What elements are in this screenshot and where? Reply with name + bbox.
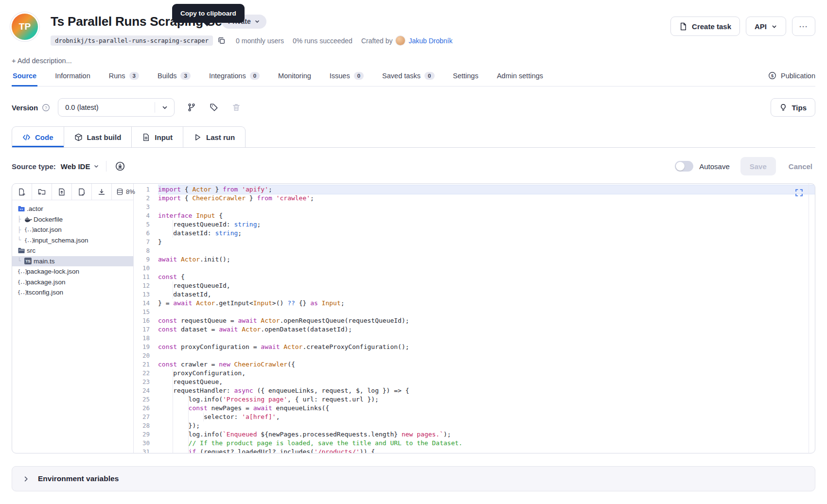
code-line[interactable]: 8 [134, 246, 815, 255]
version-select[interactable]: 0.0 (latest) [58, 98, 175, 117]
header-main: Ts Parallel Runs Scraping Scraper Privat… [51, 13, 670, 46]
tag-button[interactable] [208, 101, 220, 114]
code-line[interactable]: 23requestQueue, [134, 378, 815, 386]
upload-file-button[interactable] [52, 184, 72, 200]
code-line[interactable]: 3 [134, 203, 815, 211]
code-line[interactable]: 19const proxyConfiguration = await Actor… [134, 343, 815, 351]
tab-integrations[interactable]: Integrations0 [208, 72, 261, 86]
author-link[interactable]: Jakub Drobník [408, 37, 452, 45]
code-line[interactable]: 24requestHandler: async ({ enqueueLinks,… [134, 386, 815, 395]
file-tree-item-actor-json[interactable]: ├{..}actor.json [12, 225, 133, 235]
folder-actor-icon [18, 205, 27, 213]
file-name: Dockerfile [34, 216, 63, 223]
create-task-button[interactable]: Create task [670, 17, 740, 36]
autosave-toggle[interactable] [675, 161, 693, 172]
storage-usage: 8% [112, 184, 135, 200]
tab-runs[interactable]: Runs3 [108, 72, 140, 86]
code-line[interactable]: 12requestQueueId, [134, 281, 815, 290]
more-actions-button[interactable]: ··· [792, 17, 815, 36]
code-line[interactable]: 9await Actor.init(); [134, 255, 815, 264]
fullscreen-button[interactable] [794, 188, 804, 198]
code-line[interactable]: 26const newPages = await enqueueLinks({ [134, 404, 815, 413]
file-tree-item-dockerfile[interactable]: ├Dockerfile [12, 214, 133, 225]
code-line[interactable]: 16const requestQueue = await Actor.openR… [134, 316, 815, 325]
line-number: 7 [134, 238, 158, 246]
code-line[interactable]: 15 [134, 308, 815, 316]
file-tree-item-main-ts[interactable]: └TSmain.ts [12, 256, 133, 267]
code-line[interactable]: 30// If the product page is loaded, save… [134, 439, 815, 448]
code-line[interactable]: 7} [134, 238, 815, 246]
new-file-button[interactable] [12, 184, 32, 200]
git-branch-button[interactable] [185, 101, 198, 114]
tips-button[interactable]: Tips [771, 98, 815, 117]
api-button[interactable]: API [746, 17, 786, 36]
tab-count-badge: 3 [129, 72, 139, 80]
line-content [158, 246, 815, 255]
code-line[interactable]: 21const crawler = new CheerioCrawler({ [134, 360, 815, 369]
code-line[interactable]: 11const { [134, 273, 815, 281]
tab-information[interactable]: Information [54, 72, 91, 86]
code-line[interactable]: 20 [134, 351, 815, 360]
code-line[interactable]: 27selector: 'a[href]', [134, 413, 815, 421]
code-line[interactable]: 28}); [134, 421, 815, 430]
file-tree-item-tsconfig-json[interactable]: {..}tsconfig.json [12, 287, 133, 298]
file-tree-item--actor[interactable]: .actor [12, 204, 133, 214]
tab-admin-settings[interactable]: Admin settings [496, 72, 544, 86]
tab-publication[interactable]: $ Publication [768, 71, 815, 86]
divider [106, 161, 106, 172]
file-tree-item-package-json[interactable]: {..}package.json [12, 277, 133, 288]
editor-scrollbar[interactable] [809, 184, 815, 453]
download-source-button[interactable] [113, 159, 127, 173]
tab-monitoring[interactable]: Monitoring [277, 72, 312, 86]
title-row: Ts Parallel Runs Scraping Scraper Privat… [51, 13, 670, 30]
repo-path[interactable]: drobnikj/ts-parallel-runs-scraping-scrap… [51, 35, 213, 46]
delete-version-button[interactable] [230, 101, 243, 114]
subtab-last-build[interactable]: Last build [64, 127, 132, 147]
tab-source[interactable]: Source [12, 72, 37, 86]
code-line[interactable]: 1import { Actor } from 'apify'; [134, 185, 815, 194]
editor-subtabs: CodeLast buildInputLast run [12, 126, 246, 147]
tab-label: Builds [158, 72, 177, 80]
cancel-button[interactable]: Cancel [786, 162, 815, 171]
code-line[interactable]: 4interface Input { [134, 211, 815, 220]
code-line[interactable]: 31if (request?.loadedUrl?.includes('/pro… [134, 448, 815, 453]
line-number: 27 [134, 413, 158, 421]
subtab-input[interactable]: Input [132, 127, 183, 147]
tab-saved-tasks[interactable]: Saved tasks0 [381, 72, 435, 86]
import-file-button[interactable] [72, 184, 92, 200]
code-line[interactable]: 18 [134, 334, 815, 343]
tab-builds[interactable]: Builds3 [157, 72, 192, 86]
add-description-button[interactable]: + Add description... [12, 57, 72, 65]
code-line[interactable]: 10 [134, 264, 815, 273]
code-line[interactable]: 25log.info('Processing page', { url: req… [134, 395, 815, 404]
code-line[interactable]: 29log.info(`Enqueued ${newPages.processe… [134, 430, 815, 439]
tab-settings[interactable]: Settings [452, 72, 479, 86]
subtab-code[interactable]: Code [12, 127, 64, 147]
line-content: await Actor.init(); [158, 255, 815, 264]
code-line[interactable]: 5requestQueueId: string; [134, 220, 815, 229]
code-line[interactable]: 14} = await Actor.getInput<Input>() ?? {… [134, 299, 815, 308]
save-button[interactable]: Save [740, 157, 776, 175]
code-line[interactable]: 2import { CheerioCrawler } from 'crawlee… [134, 194, 815, 203]
code-line[interactable]: 6datasetId: string; [134, 229, 815, 238]
file-tree-item-input-schema-json[interactable]: └{..}input_schema.json [12, 235, 133, 246]
folder-icon [18, 247, 27, 255]
source-type-row: Source type: Web IDE Autosave Save Cance… [12, 157, 815, 175]
copy-button[interactable] [216, 35, 227, 46]
environment-variables-panel[interactable]: Environment variables [12, 466, 815, 491]
line-number: 18 [134, 334, 158, 343]
download-all-button[interactable] [92, 184, 112, 200]
new-folder-button[interactable] [32, 184, 52, 200]
help-icon[interactable]: ? [42, 104, 50, 112]
code-line[interactable]: 13datasetId, [134, 290, 815, 299]
source-type-select[interactable]: Web IDE [61, 162, 100, 171]
json-icon: {..} [24, 227, 34, 232]
subtab-last-run[interactable]: Last run [183, 127, 245, 147]
file-tree-item-src[interactable]: src [12, 245, 133, 256]
file-tree-item-package-lock-json[interactable]: {..}package-lock.json [12, 266, 133, 277]
code-line[interactable]: 17const dataset = await Actor.openDatase… [134, 325, 815, 334]
subtab-label: Input [155, 133, 173, 141]
code-line[interactable]: 22proxyConfiguration, [134, 369, 815, 378]
line-content: } [158, 238, 815, 246]
tab-issues[interactable]: Issues0 [329, 72, 365, 86]
